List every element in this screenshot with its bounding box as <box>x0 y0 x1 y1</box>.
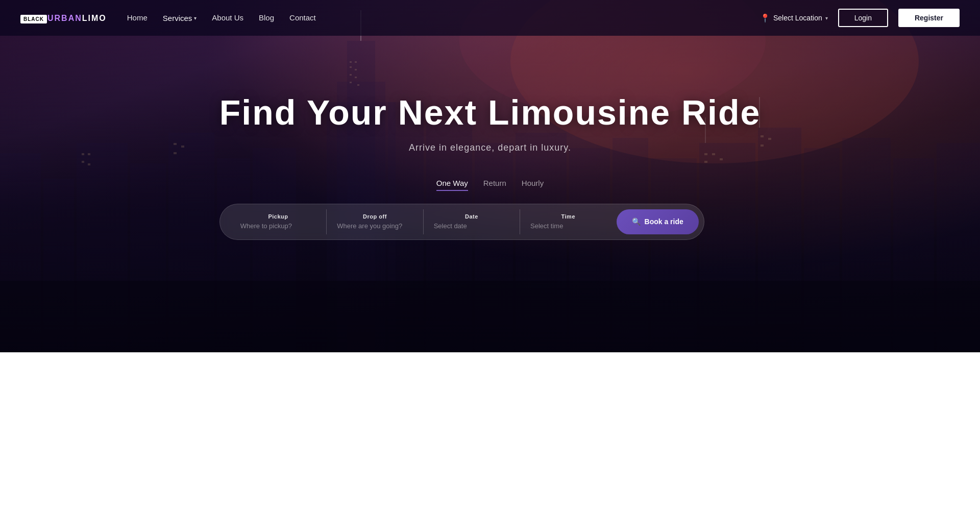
svg-rect-32 <box>357 84 359 86</box>
svg-rect-26 <box>355 61 357 63</box>
svg-rect-30 <box>355 77 357 78</box>
dropoff-label: Drop off <box>337 213 412 220</box>
location-label: Select Location <box>773 14 822 22</box>
svg-rect-27 <box>350 66 352 68</box>
navbar-left: BLACKURBANLIMO Home Services ▾ About Us … <box>20 13 316 23</box>
svg-rect-38 <box>181 146 184 148</box>
svg-rect-34 <box>88 153 90 155</box>
svg-rect-39 <box>174 152 177 154</box>
time-field: Time <box>520 209 616 234</box>
nav-item-contact[interactable]: Contact <box>289 13 316 22</box>
svg-rect-45 <box>768 138 771 140</box>
book-ride-label: Book a ride <box>645 218 683 226</box>
nav-item-home[interactable]: Home <box>127 13 148 22</box>
logo-urban: URBAN <box>47 14 82 22</box>
navbar: BLACKURBANLIMO Home Services ▾ About Us … <box>0 0 980 36</box>
nav-item-blog[interactable]: Blog <box>259 13 274 22</box>
logo-text: BLACKURBANLIMO <box>20 13 107 23</box>
date-label: Date <box>434 213 509 220</box>
logo-limo: LIMO <box>82 14 107 22</box>
hero-title: Find Your Next Limousine Ride <box>219 92 761 132</box>
time-input[interactable] <box>530 222 606 230</box>
svg-rect-28 <box>355 69 357 70</box>
time-label: Time <box>530 213 606 220</box>
location-pin-icon: 📍 <box>760 13 770 23</box>
svg-rect-25 <box>350 61 352 63</box>
pickup-label: Pickup <box>240 213 316 220</box>
dropoff-input[interactable] <box>337 222 412 230</box>
book-ride-button[interactable]: 🔍 Book a ride <box>617 209 699 234</box>
svg-rect-50 <box>0 281 980 352</box>
login-button[interactable]: Login <box>838 9 888 27</box>
nav-item-services[interactable]: Services ▾ <box>163 14 197 22</box>
nav-link-contact[interactable]: Contact <box>289 13 316 22</box>
tab-one-way[interactable]: One Way <box>436 179 468 191</box>
chevron-down-icon: ▾ <box>825 15 828 21</box>
tab-hourly[interactable]: Hourly <box>522 179 544 191</box>
date-field: Date <box>424 209 520 234</box>
navbar-right: 📍 Select Location ▾ Login Register <box>760 9 960 27</box>
nav-link-about[interactable]: About Us <box>212 13 243 22</box>
nav-link-home[interactable]: Home <box>127 13 148 22</box>
chevron-down-icon: ▾ <box>194 15 197 21</box>
tab-return[interactable]: Return <box>483 179 506 191</box>
logo-box: BLACK <box>20 15 47 23</box>
nav-item-about[interactable]: About Us <box>212 13 243 22</box>
booking-tabs: One Way Return Hourly <box>219 179 761 191</box>
svg-rect-37 <box>174 143 177 145</box>
nav-link-blog[interactable]: Blog <box>259 13 274 22</box>
svg-rect-46 <box>761 144 764 147</box>
search-icon: 🔍 <box>632 218 641 226</box>
logo[interactable]: BLACKURBANLIMO <box>20 13 107 23</box>
dropoff-field: Drop off <box>327 209 423 234</box>
svg-rect-29 <box>350 74 352 76</box>
pickup-input[interactable] <box>240 222 316 230</box>
date-input[interactable] <box>434 222 509 230</box>
hero-section: Find Your Next Limousine Ride Arrive in … <box>0 0 980 352</box>
nav-links: Home Services ▾ About Us Blog Contact <box>127 13 316 22</box>
pickup-field: Pickup <box>230 209 327 234</box>
svg-rect-44 <box>761 135 764 137</box>
hero-content: Find Your Next Limousine Ride Arrive in … <box>219 92 761 260</box>
booking-form: Pickup Drop off Date Time 🔍 Book a <box>219 204 704 240</box>
svg-rect-33 <box>82 153 84 155</box>
svg-rect-35 <box>82 161 84 163</box>
hero-subtitle: Arrive in elegance, depart in luxury. <box>219 142 761 153</box>
location-selector[interactable]: 📍 Select Location ▾ <box>760 13 828 23</box>
below-hero-section <box>0 352 980 507</box>
svg-rect-36 <box>88 163 90 165</box>
nav-link-services[interactable]: Services <box>163 14 192 22</box>
svg-rect-31 <box>350 82 352 83</box>
register-button[interactable]: Register <box>898 9 960 27</box>
